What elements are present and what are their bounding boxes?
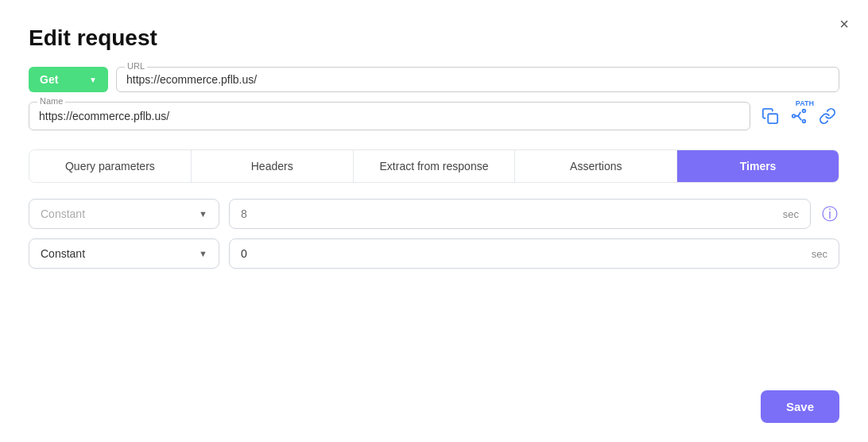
- name-input[interactable]: [39, 110, 740, 122]
- icon-group: PATH: [758, 104, 839, 128]
- timer1-input[interactable]: [241, 207, 777, 220]
- svg-point-2: [803, 110, 806, 113]
- tab-timers[interactable]: Timers: [677, 150, 839, 182]
- help-icon-button[interactable]: ⓘ: [820, 202, 839, 227]
- svg-rect-0: [768, 114, 777, 123]
- link-icon: [819, 107, 836, 125]
- tab-extract-from-response[interactable]: Extract from response: [354, 150, 516, 182]
- timer1-dropdown[interactable]: Constant ▼ Constant Uniform Gaussian: [29, 199, 219, 229]
- close-button[interactable]: ×: [839, 16, 849, 32]
- save-button[interactable]: Save: [761, 390, 839, 423]
- timer1-unit-label: sec: [783, 208, 799, 220]
- edit-request-modal: × Edit request Get ▼ Get Post Put Delete…: [0, 0, 868, 442]
- copy-icon: [761, 107, 779, 125]
- path-icon-button[interactable]: PATH: [787, 104, 811, 128]
- url-input[interactable]: [126, 73, 829, 86]
- name-label: Name: [37, 96, 65, 106]
- url-label: URL: [125, 61, 147, 71]
- url-field-wrapper: URL: [116, 67, 839, 92]
- tab-query-parameters[interactable]: Query parameters: [29, 150, 192, 182]
- timer1-input-wrapper: sec: [229, 199, 811, 229]
- timer2-dropdown[interactable]: Constant ▼ Constant Uniform Gaussian: [29, 238, 219, 269]
- modal-title: Edit request: [29, 25, 839, 51]
- tabs-bar: Query parameters Headers Extract from re…: [29, 149, 839, 183]
- method-dropdown[interactable]: Get ▼ Get Post Put Delete Patch: [29, 67, 108, 92]
- name-row: Name PATH: [29, 102, 839, 130]
- timer-row-2: Constant ▼ Constant Uniform Gaussian sec: [29, 238, 839, 269]
- name-field-wrapper: Name: [29, 102, 750, 130]
- timer2-input[interactable]: [241, 247, 805, 260]
- path-badge-label: PATH: [796, 99, 814, 107]
- timer2-input-wrapper: sec: [229, 238, 839, 269]
- tab-assertions[interactable]: Assertions: [515, 150, 677, 182]
- link-icon-button[interactable]: [816, 104, 839, 128]
- url-row: Get ▼ Get Post Put Delete Patch URL: [29, 67, 839, 92]
- tab-headers[interactable]: Headers: [192, 150, 354, 182]
- copy-icon-button[interactable]: [758, 104, 782, 128]
- timer-row-1: Constant ▼ Constant Uniform Gaussian sec…: [29, 199, 839, 229]
- path-icon: [790, 107, 808, 125]
- timer-rows: Constant ▼ Constant Uniform Gaussian sec…: [29, 199, 839, 269]
- timer2-unit-label: sec: [812, 248, 827, 260]
- svg-point-3: [803, 120, 806, 123]
- footer: Save: [761, 390, 839, 423]
